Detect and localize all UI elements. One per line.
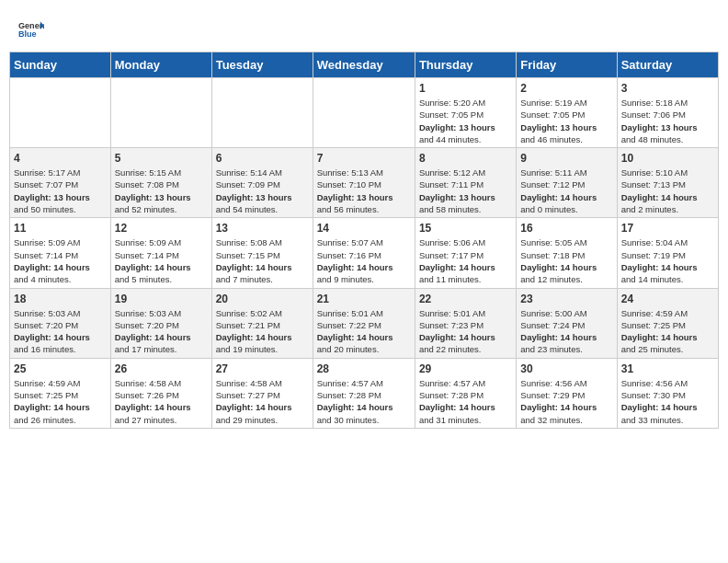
day-detail: and 54 minutes. <box>216 204 279 214</box>
day-info: Sunrise: 5:11 AMSunset: 7:12 PMDaylight:… <box>520 167 612 215</box>
weekday-header: Monday <box>110 52 211 78</box>
day-detail: Sunrise: 5:14 AM <box>216 167 282 178</box>
daylight-hours-label: Daylight: 14 hours <box>520 332 597 342</box>
logo: General Blue <box>18 17 44 42</box>
calendar-week-row: 1Sunrise: 5:20 AMSunset: 7:05 PMDaylight… <box>10 78 719 148</box>
daylight-hours-label: Daylight: 14 hours <box>317 262 393 272</box>
day-detail: and 46 minutes. <box>520 134 583 144</box>
day-number: 11 <box>14 222 107 235</box>
day-detail: and 2 minutes. <box>621 204 678 214</box>
day-detail: Sunset: 7:24 PM <box>520 320 585 330</box>
day-number: 2 <box>520 82 612 95</box>
day-detail: Sunset: 7:15 PM <box>216 250 280 260</box>
day-detail: and 44 minutes. <box>419 134 482 144</box>
daylight-hours-label: Daylight: 14 hours <box>216 262 292 272</box>
day-info: Sunrise: 5:20 AMSunset: 7:05 PMDaylight:… <box>419 97 512 145</box>
day-number: 14 <box>317 222 411 235</box>
day-detail: Sunset: 7:29 PM <box>520 390 585 400</box>
day-info: Sunrise: 5:07 AMSunset: 7:16 PMDaylight:… <box>317 236 411 285</box>
day-detail: Sunset: 7:18 PM <box>520 250 585 260</box>
calendar-cell: 17Sunrise: 5:04 AMSunset: 7:19 PMDayligh… <box>617 218 718 288</box>
day-info: Sunrise: 5:14 AMSunset: 7:09 PMDaylight:… <box>216 167 309 215</box>
day-detail: and 27 minutes. <box>115 415 177 425</box>
weekday-header: Friday <box>517 52 617 78</box>
calendar-cell: 14Sunrise: 5:07 AMSunset: 7:16 PMDayligh… <box>313 218 415 288</box>
day-detail: and 14 minutes. <box>621 274 684 284</box>
page-header: General Blue <box>9 9 719 46</box>
daylight-hours-label: Daylight: 13 hours <box>115 192 191 202</box>
day-detail: Sunrise: 5:13 AM <box>317 167 383 178</box>
calendar-cell <box>110 78 211 148</box>
day-number: 17 <box>621 222 714 235</box>
daylight-hours-label: Daylight: 14 hours <box>216 402 292 412</box>
day-info: Sunrise: 5:12 AMSunset: 7:11 PMDaylight:… <box>419 167 512 215</box>
day-detail: and 33 minutes. <box>621 415 684 425</box>
day-info: Sunrise: 4:57 AMSunset: 7:28 PMDaylight:… <box>419 377 512 426</box>
day-detail: Sunrise: 4:58 AM <box>216 378 282 388</box>
day-number: 9 <box>520 152 612 165</box>
day-detail: and 32 minutes. <box>520 415 583 425</box>
calendar-cell: 8Sunrise: 5:12 AMSunset: 7:11 PMDaylight… <box>415 148 516 218</box>
daylight-hours-label: Daylight: 14 hours <box>621 262 698 272</box>
day-detail: Sunset: 7:28 PM <box>419 390 483 400</box>
day-detail: Sunrise: 5:04 AM <box>621 237 688 247</box>
day-detail: Sunrise: 5:01 AM <box>419 308 485 318</box>
daylight-hours-label: Daylight: 14 hours <box>621 332 698 342</box>
day-detail: and 31 minutes. <box>419 415 482 425</box>
day-detail: Sunset: 7:19 PM <box>621 250 686 260</box>
daylight-hours-label: Daylight: 14 hours <box>317 332 393 342</box>
calendar-cell: 4Sunrise: 5:17 AMSunset: 7:07 PMDaylight… <box>10 148 111 218</box>
calendar-cell: 21Sunrise: 5:01 AMSunset: 7:22 PMDayligh… <box>313 288 415 358</box>
day-detail: and 50 minutes. <box>14 204 76 214</box>
day-detail: Sunrise: 5:09 AM <box>115 237 181 247</box>
day-detail: Sunset: 7:26 PM <box>115 390 179 400</box>
day-detail: and 9 minutes. <box>317 274 374 284</box>
day-number: 23 <box>520 293 612 305</box>
day-detail: Sunset: 7:17 PM <box>419 250 483 260</box>
day-info: Sunrise: 5:15 AMSunset: 7:08 PMDaylight:… <box>115 167 208 215</box>
calendar-cell: 10Sunrise: 5:10 AMSunset: 7:13 PMDayligh… <box>617 148 718 218</box>
day-detail: Sunset: 7:11 PM <box>419 179 483 190</box>
calendar-week-row: 18Sunrise: 5:03 AMSunset: 7:20 PMDayligh… <box>10 288 719 358</box>
daylight-hours-label: Daylight: 14 hours <box>115 402 191 412</box>
day-detail: and 25 minutes. <box>621 344 684 354</box>
day-detail: Sunrise: 5:20 AM <box>419 98 485 108</box>
calendar-table: SundayMondayTuesdayWednesdayThursdayFrid… <box>9 52 719 429</box>
day-detail: Sunset: 7:09 PM <box>216 179 280 190</box>
day-info: Sunrise: 4:58 AMSunset: 7:27 PMDaylight:… <box>216 377 309 426</box>
day-detail: and 12 minutes. <box>520 274 583 284</box>
day-detail: Sunset: 7:12 PM <box>520 179 585 190</box>
day-detail: and 22 minutes. <box>419 344 482 354</box>
day-info: Sunrise: 5:09 AMSunset: 7:14 PMDaylight:… <box>115 236 208 285</box>
day-number: 18 <box>14 293 107 305</box>
day-info: Sunrise: 4:56 AMSunset: 7:30 PMDaylight:… <box>621 377 714 426</box>
day-detail: Sunrise: 5:12 AM <box>419 167 485 178</box>
calendar-cell: 2Sunrise: 5:19 AMSunset: 7:05 PMDaylight… <box>517 78 617 148</box>
day-detail: Sunrise: 4:57 AM <box>419 378 485 388</box>
day-detail: Sunset: 7:05 PM <box>419 109 483 120</box>
calendar-week-row: 25Sunrise: 4:59 AMSunset: 7:25 PMDayligh… <box>10 358 719 428</box>
day-detail: and 4 minutes. <box>14 274 71 284</box>
day-info: Sunrise: 5:01 AMSunset: 7:23 PMDaylight:… <box>419 307 512 356</box>
day-detail: Sunrise: 5:00 AM <box>520 308 586 318</box>
weekday-header: Thursday <box>415 52 516 78</box>
daylight-hours-label: Daylight: 14 hours <box>419 402 495 412</box>
daylight-hours-label: Daylight: 13 hours <box>621 122 698 132</box>
day-detail: Sunset: 7:20 PM <box>115 320 179 330</box>
day-info: Sunrise: 5:03 AMSunset: 7:20 PMDaylight:… <box>115 307 208 356</box>
day-info: Sunrise: 5:05 AMSunset: 7:18 PMDaylight:… <box>520 236 612 285</box>
day-detail: and 20 minutes. <box>317 344 380 354</box>
calendar-cell: 31Sunrise: 4:56 AMSunset: 7:30 PMDayligh… <box>617 358 718 428</box>
day-info: Sunrise: 4:57 AMSunset: 7:28 PMDaylight:… <box>317 377 411 426</box>
day-detail: and 52 minutes. <box>115 204 177 214</box>
daylight-hours-label: Daylight: 14 hours <box>621 402 698 412</box>
day-info: Sunrise: 4:59 AMSunset: 7:25 PMDaylight:… <box>14 377 107 426</box>
day-info: Sunrise: 4:56 AMSunset: 7:29 PMDaylight:… <box>520 377 612 426</box>
calendar-cell: 9Sunrise: 5:11 AMSunset: 7:12 PMDaylight… <box>517 148 617 218</box>
daylight-hours-label: Daylight: 14 hours <box>14 402 90 412</box>
calendar-cell: 26Sunrise: 4:58 AMSunset: 7:26 PMDayligh… <box>110 358 211 428</box>
day-number: 30 <box>520 362 612 375</box>
calendar-cell: 7Sunrise: 5:13 AMSunset: 7:10 PMDaylight… <box>313 148 415 218</box>
day-number: 6 <box>216 152 309 165</box>
calendar-cell: 16Sunrise: 5:05 AMSunset: 7:18 PMDayligh… <box>517 218 617 288</box>
